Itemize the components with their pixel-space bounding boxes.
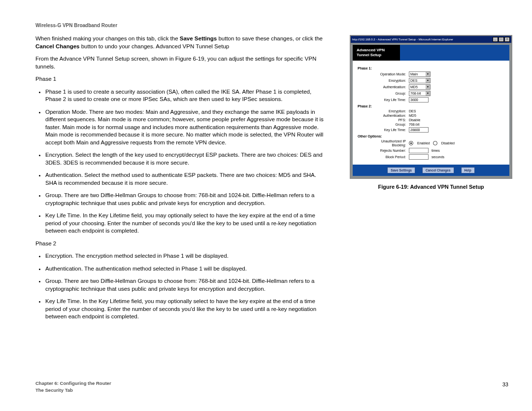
window-titlebar: http://192.168.0.2 - Advanced VPN Tunnel…	[351, 36, 511, 43]
list-item: Phase 1 is used to create a security ass…	[45, 88, 326, 103]
minimize-icon[interactable]: _	[493, 37, 498, 42]
label-unauth: Unauthorized IP Blocking:	[367, 139, 406, 147]
label-rejects: Rejects Number:	[367, 149, 406, 152]
section-other: Other Options:	[358, 135, 504, 138]
phase2-heading: Phase 2	[35, 240, 326, 248]
figure-column: http://192.168.0.2 - Advanced VPN Tunnel…	[350, 35, 512, 326]
figure-caption: Figure 6-19: Advanced VPN Tunnel Setup	[350, 184, 512, 190]
select-op-mode[interactable]: Main▾	[409, 71, 431, 77]
label-op-mode: Operation Mode:	[367, 72, 406, 76]
phase1-list: Phase 1 is used to create a security ass…	[35, 88, 326, 235]
body-text-column: When finished making your changes on thi…	[35, 35, 326, 326]
label-encryption: Encryption:	[367, 79, 406, 82]
label-auth: Authentication:	[367, 85, 406, 89]
chevron-down-icon: ▾	[426, 85, 430, 89]
input-klt-2[interactable]: 28800	[409, 127, 429, 133]
select-auth-1[interactable]: MD5▾	[409, 84, 431, 90]
list-item: Group. There are two Diffie-Hellman Grou…	[45, 192, 326, 207]
chevron-down-icon: ▾	[426, 91, 430, 96]
input-rejects[interactable]	[409, 148, 429, 153]
cancel-button[interactable]: Cancel Changes	[422, 167, 454, 173]
radio-disabled[interactable]	[433, 141, 437, 145]
screenshot-window: http://192.168.0.2 - Advanced VPN Tunnel…	[350, 35, 512, 179]
list-item: Encryption. Select the length of the key…	[45, 151, 326, 167]
label-encryption2: Encryption:	[367, 109, 406, 113]
maximize-icon[interactable]: □	[499, 37, 504, 42]
label-klt2: Key Life Time:	[367, 128, 406, 132]
value-encryption-2: DES	[409, 109, 416, 113]
label-group2: Group:	[367, 123, 406, 126]
list-item: Authentication. The authentication metho…	[45, 265, 326, 273]
page-footer: Chapter 6: Configuring the Router The Se…	[35, 380, 111, 393]
label-auth2: Authentication:	[367, 114, 406, 117]
intro-paragraph: When finished making your changes on thi…	[35, 35, 326, 50]
radio-enabled[interactable]	[409, 141, 413, 145]
window-title: http://192.168.0.2 - Advanced VPN Tunnel…	[352, 38, 453, 41]
paragraph-setup: From the Advance VPN Tunnel Setup screen…	[35, 55, 326, 70]
select-group-1[interactable]: 768-bit▾	[409, 91, 431, 96]
list-item: Encryption. The encryption method select…	[45, 252, 326, 260]
input-block[interactable]	[409, 154, 429, 160]
chevron-down-icon: ▾	[426, 78, 430, 83]
help-button[interactable]: Help	[461, 167, 475, 173]
save-button[interactable]: Save Settings	[387, 167, 415, 173]
value-auth-2: MD5	[409, 114, 416, 117]
phase1-heading: Phase 1	[35, 75, 326, 83]
phase2-list: Encryption. The encryption method select…	[35, 252, 326, 321]
section-phase1: Phase 1:	[358, 67, 504, 70]
document-header: Wireless-G VPN Broadband Router	[35, 23, 512, 28]
close-icon[interactable]: ×	[504, 37, 510, 42]
value-pfs: Disable	[409, 118, 420, 122]
input-klt-1[interactable]: 3600	[409, 97, 429, 103]
label-block: Block Period:	[367, 155, 406, 159]
list-item: Operation Mode. There are two modes: Mai…	[45, 108, 326, 147]
section-phase2: Phase 2:	[358, 104, 504, 108]
chevron-down-icon: ▾	[426, 72, 430, 76]
label-klt: Key Life Time:	[367, 98, 406, 102]
list-item: Group. There are two Diffie-Hellman Grou…	[45, 277, 326, 293]
value-group-2: 768-bit	[409, 123, 419, 126]
select-encryption-1[interactable]: DES▾	[409, 78, 431, 83]
label-group: Group:	[367, 92, 406, 95]
panel-header: Advanced VPN Tunnel Setup	[353, 45, 509, 61]
list-item: Authentication. Select the method used t…	[45, 171, 326, 187]
page-number: 33	[502, 381, 508, 387]
label-pfs: PFS:	[367, 118, 406, 122]
list-item: Key Life Time. In the Key Lifetime field…	[45, 212, 326, 235]
list-item: Key Life Time. In the Key Lifetime field…	[45, 298, 326, 321]
